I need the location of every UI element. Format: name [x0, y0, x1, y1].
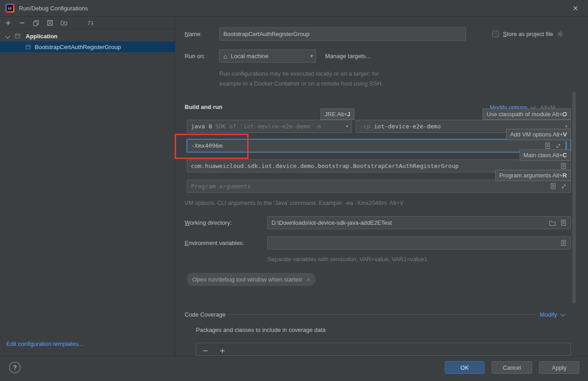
cancel-button[interactable]: Cancel	[492, 361, 532, 374]
help-icon[interactable]: ?	[9, 362, 21, 373]
home-icon: ⌂	[223, 53, 227, 60]
edit-variables-icon[interactable]	[560, 240, 567, 246]
jre-value: java 8	[191, 123, 212, 130]
section-divider	[229, 314, 536, 315]
dropdown-arrow-icon: ▾	[342, 123, 348, 129]
insert-macros-icon[interactable]	[544, 142, 551, 149]
working-directory-input[interactable]	[271, 219, 545, 226]
sort-configurations-icon[interactable]	[87, 19, 94, 27]
run-on-label: Run on:	[185, 50, 205, 63]
coverage-packages-table	[196, 343, 571, 356]
run-on-combo[interactable]: ⌂ Local machine ▾	[219, 50, 316, 63]
add-configuration-icon[interactable]	[5, 19, 12, 27]
environment-variables-input[interactable]	[271, 240, 556, 246]
name-input[interactable]	[223, 31, 462, 37]
browse-main-class-icon[interactable]	[560, 163, 567, 169]
run-on-value: Local machine	[231, 53, 268, 59]
jre-detail: SDK of 'iot-device-e2e-demo' m	[215, 123, 321, 130]
program-arguments-shortcut-hint: Program arguments Alt+R	[495, 170, 571, 181]
main-class-shortcut-hint: Main class Alt+C	[520, 150, 571, 161]
application-folder-icon	[14, 33, 21, 39]
environment-variables-help-text: Separate variables with semicolon: VAR=v…	[267, 253, 427, 266]
remove-configuration-icon[interactable]	[18, 19, 26, 27]
dropdown-arrow-icon: ▾	[307, 53, 313, 59]
working-directory-field	[267, 216, 571, 229]
gear-icon[interactable]	[557, 31, 564, 37]
manage-targets-link[interactable]: Manage targets...	[325, 50, 371, 63]
close-icon[interactable]: ×	[566, 0, 584, 16]
vm-options-help-text: VM options. CLI arguments to the ‘Java’ …	[185, 197, 403, 209]
store-as-project-file-label: Store as project file	[503, 31, 553, 37]
ok-button[interactable]: OK	[445, 361, 484, 374]
text-caret	[565, 141, 567, 150]
apply-button[interactable]: Apply	[539, 361, 579, 374]
build-and-run-title: Build and run	[185, 101, 222, 113]
copy-configuration-icon[interactable]	[32, 19, 40, 27]
expand-field-icon[interactable]	[561, 183, 567, 190]
run-on-description-line2: example in a Docker Container or on a re…	[219, 79, 383, 89]
environment-variables-label: Environment variables:	[185, 236, 244, 249]
chevron-down-icon	[561, 311, 565, 316]
store-as-project-file-checkbox[interactable]	[492, 31, 499, 37]
vm-options-shortcut-hint: Add VM options Alt+V	[506, 129, 571, 140]
edit-configuration-templates-link[interactable]: Edit configuration templates...	[6, 338, 83, 350]
chip-label: Open run/debug tool window when started	[192, 276, 302, 283]
expand-field-icon[interactable]	[555, 143, 561, 149]
tree-group-label: Application	[26, 33, 58, 40]
save-configuration-icon[interactable]	[46, 19, 54, 27]
tree-item-label: BootstrapCertAuthRegisterGroup	[35, 44, 121, 50]
chevron-down-icon[interactable]	[5, 33, 10, 38]
add-package-icon[interactable]	[219, 347, 226, 354]
coverage-modify-link[interactable]: Modify	[540, 311, 557, 318]
coverage-modify-row: Modify	[540, 308, 565, 321]
sidebar-toolbar	[0, 17, 175, 29]
run-on-description-line1: Run configurations may be executed local…	[219, 69, 379, 79]
program-arguments-field	[187, 180, 571, 193]
tree-node-application[interactable]: Application	[0, 31, 175, 41]
environment-variables-field	[267, 236, 571, 249]
tree-node-selected-configuration[interactable]: BootstrapCertAuthRegisterGroup	[0, 41, 175, 52]
move-to-folder-icon[interactable]	[60, 19, 68, 27]
main-class-input[interactable]	[191, 163, 556, 169]
cp-value: iot-device-e2e-demo	[374, 123, 441, 130]
vm-options-input[interactable]	[191, 142, 540, 149]
classpath-shortcut-hint: Use classpath of module Alt+O	[483, 109, 571, 120]
name-label: Name:	[185, 27, 202, 41]
cp-flag: -cp	[360, 123, 370, 130]
jre-combo[interactable]: java 8 SDK of 'iot-device-e2e-demo' m ▾	[187, 120, 352, 133]
working-directory-label: Working directory:	[185, 216, 232, 229]
insert-macros-icon[interactable]	[550, 183, 556, 190]
chip-close-icon[interactable]: ×	[307, 276, 311, 283]
name-field	[219, 27, 466, 41]
program-arguments-input[interactable]	[191, 183, 546, 190]
insert-macros-icon[interactable]	[560, 219, 567, 226]
remove-package-icon[interactable]	[202, 347, 209, 354]
run-configuration-icon	[25, 44, 31, 50]
intellij-logo-icon: IJ	[5, 4, 14, 13]
title-bar: IJ Run/Debug Configurations ×	[0, 0, 588, 17]
code-coverage-title: Code Coverage	[185, 308, 226, 321]
open-tool-window-chip[interactable]: Open run/debug tool window when started …	[187, 273, 316, 286]
vertical-scrollbar[interactable]	[572, 91, 576, 303]
jre-shortcut-hint: JRE Alt+J	[321, 109, 354, 120]
vm-options-field	[187, 139, 571, 152]
footer-divider	[0, 356, 588, 356]
store-as-project-file-group: Store as project file	[492, 27, 564, 41]
configurations-sidebar	[0, 17, 175, 356]
coverage-description: Packages and classes to include in cover…	[196, 323, 326, 336]
browse-folder-icon[interactable]	[549, 220, 556, 226]
dialog-title: Run/Debug Configurations	[19, 0, 88, 17]
